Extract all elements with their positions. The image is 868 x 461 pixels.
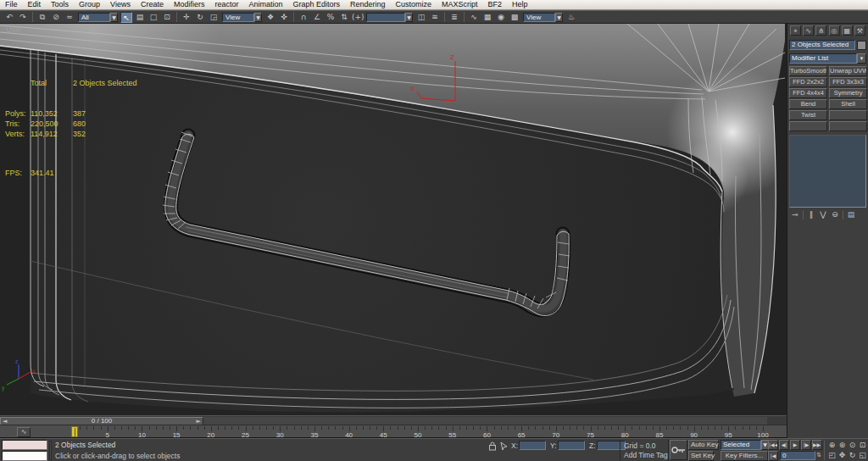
menu-rendering[interactable]: Rendering — [345, 0, 391, 9]
add-time-tag[interactable]: Add Time Tag — [624, 451, 668, 460]
previous-frame-button[interactable]: ◀| — [779, 440, 789, 450]
spinner-snap-toggle-icon[interactable]: ⇅ — [338, 12, 350, 23]
zoom-all-icon[interactable]: ⊛ — [837, 441, 847, 450]
tab-motion[interactable]: ◎ — [829, 25, 840, 36]
zoom-icon[interactable]: ⊕ — [827, 441, 837, 450]
selection-lock-icon[interactable] — [488, 442, 497, 451]
object-name-field[interactable]: 2 Objects Selected — [789, 40, 855, 50]
menu-reactor[interactable]: reactor — [209, 0, 243, 9]
angle-snap-toggle-icon[interactable]: ∠ — [311, 12, 323, 23]
current-frame-field[interactable]: 0 — [780, 451, 815, 460]
track-bar-frame-marker[interactable] — [71, 426, 78, 437]
align-icon[interactable]: ≅ — [429, 12, 441, 23]
set-key-button[interactable]: Set Key — [688, 451, 714, 461]
percent-snap-toggle-icon[interactable]: % — [325, 12, 337, 23]
modifier-button-unwrap-uvw[interactable]: Unwrap UVW — [829, 66, 867, 76]
arc-rotate-icon[interactable]: ↻ — [848, 451, 857, 460]
use-pivot-point-center-icon[interactable]: ❖ — [264, 12, 276, 23]
key-mode-toggle[interactable]: |◀ — [768, 451, 778, 461]
modifier-list-dropdown[interactable]: Modifier List — [789, 53, 857, 64]
selection-set-dropdown[interactable]: Selected ▼ — [721, 440, 769, 450]
menu-group[interactable]: Group — [74, 0, 105, 9]
zoom-region-icon[interactable]: ◰ — [827, 451, 837, 460]
menu-graph-editors[interactable]: Graph Editors — [288, 0, 346, 9]
listener-splitter[interactable] — [49, 441, 52, 460]
go-to-end-button[interactable]: ▶▶| — [812, 440, 822, 450]
remove-modifier-icon[interactable]: ⊖ — [829, 210, 841, 220]
named-selection-sets-dropdown[interactable]: ▼ — [366, 13, 413, 22]
key-filters-button[interactable]: Key Filters... — [721, 451, 768, 461]
window-crossing-toggle-icon[interactable]: ⊡ — [161, 12, 173, 23]
frame-spinner[interactable]: ⇅ — [816, 451, 822, 460]
menu-help[interactable]: Help — [507, 0, 533, 9]
modifier-button-ffd-2x2x2[interactable]: FFD 2x2x2 — [789, 77, 827, 87]
menu-bf2[interactable]: BF2 — [483, 0, 508, 9]
curve-editor-icon[interactable]: ∿ — [468, 12, 480, 23]
selection-filter-dropdown[interactable]: All▼ — [78, 13, 118, 22]
select-and-rotate-icon[interactable]: ↻ — [194, 12, 206, 23]
play-animation-button[interactable]: ▶ — [790, 440, 800, 450]
snaps-toggle-icon[interactable]: ∩ — [298, 12, 309, 23]
render-type-dropdown[interactable]: View▼ — [523, 13, 563, 22]
y-coord-field[interactable] — [558, 441, 585, 450]
menu-create[interactable]: Create — [136, 0, 169, 9]
modifier-button-shell[interactable]: Shell — [829, 99, 867, 109]
next-frame-button[interactable]: |▶ — [801, 440, 811, 450]
render-setup-icon[interactable]: ▩ — [509, 12, 520, 23]
layer-manager-icon[interactable]: ≣ — [448, 12, 460, 23]
zoom-extents-icon[interactable]: ⊙ — [848, 441, 857, 450]
tab-utilities[interactable]: ⚒ — [854, 25, 865, 36]
rectangular-selection-region-icon[interactable]: □ — [147, 12, 159, 23]
bind-to-space-warp-icon[interactable]: ≈ — [64, 12, 75, 23]
set-keys-button[interactable] — [670, 440, 687, 460]
maxscript-mini-listener-input[interactable] — [2, 451, 47, 461]
select-object-icon[interactable]: ↖ — [120, 12, 132, 23]
x-coord-field[interactable] — [519, 441, 546, 450]
keyboard-shortcut-override-icon[interactable]: (+) — [352, 12, 364, 23]
select-and-link-icon[interactable]: ⧉ — [36, 12, 48, 23]
viewport-user[interactable]: Z X z x y User Total2 Objects Selected P… — [0, 24, 787, 415]
select-and-scale-icon[interactable]: ◲ — [208, 12, 220, 23]
maxscript-mini-listener-macro[interactable] — [2, 440, 47, 450]
tab-create[interactable]: ⌖ — [790, 25, 801, 36]
make-unique-icon[interactable]: ⋁ — [817, 210, 829, 220]
track-bar[interactable]: ∿ 51015202530354045505560657075808590951… — [0, 425, 787, 438]
zoom-extents-all-icon[interactable]: ⊡ — [858, 441, 867, 450]
schematic-view-icon[interactable]: ▦ — [481, 12, 493, 23]
menu-edit[interactable]: Edit — [23, 0, 47, 9]
chevron-down-icon[interactable]: ▼ — [555, 13, 563, 22]
chevron-down-icon[interactable]: ▼ — [254, 13, 262, 22]
configure-modifier-sets-icon[interactable]: ▤ — [845, 210, 857, 220]
modifier-button-twist[interactable]: Twist — [789, 110, 827, 120]
modifier-button-ffd-4x4x4[interactable]: FFD 4x4x4 — [789, 88, 827, 98]
go-to-start-button[interactable]: |◀◀ — [768, 440, 778, 450]
tab-hierarchy[interactable]: ⋔ — [815, 25, 826, 36]
menu-file[interactable]: File — [0, 0, 23, 9]
menu-modifiers[interactable]: Modifiers — [169, 0, 210, 9]
show-end-result-icon[interactable]: ∥ — [805, 210, 817, 220]
modifier-button-bend[interactable]: Bend — [789, 99, 827, 109]
undo-icon[interactable]: ↶ — [3, 12, 15, 23]
object-color-swatch[interactable] — [857, 41, 866, 50]
reference-coordinate-system-dropdown[interactable]: View▼ — [222, 13, 262, 22]
modifier-button-symmetry[interactable]: Symmetry — [829, 88, 867, 98]
pin-stack-icon[interactable]: ⊸ — [789, 210, 801, 220]
material-editor-icon[interactable]: ◉ — [495, 12, 507, 23]
select-and-move-icon[interactable]: ✛ — [181, 12, 192, 23]
menu-views[interactable]: Views — [105, 0, 136, 9]
absolute-offset-cursor-icon[interactable] — [500, 442, 508, 451]
select-by-name-icon[interactable]: ▤ — [134, 12, 146, 23]
modifier-button-turbosmooth[interactable]: TurboSmooth — [789, 66, 827, 76]
modifier-stack-list[interactable] — [789, 135, 866, 208]
mirror-icon[interactable]: ◫ — [415, 12, 427, 23]
unlink-selection-icon[interactable]: ⊘ — [50, 12, 62, 23]
tab-display[interactable]: ▦ — [842, 25, 853, 36]
pan-icon[interactable]: ✥ — [837, 451, 847, 460]
modifier-button-ffd-3x3x3[interactable]: FFD 3x3x3 — [829, 77, 867, 87]
menu-customize[interactable]: Customize — [391, 0, 437, 9]
redo-icon[interactable]: ↷ — [17, 12, 29, 23]
menu-tools[interactable]: Tools — [46, 0, 74, 9]
tab-modify[interactable]: ∿ — [803, 25, 814, 36]
quick-render-icon[interactable]: ♨ — [565, 12, 577, 23]
auto-key-button[interactable]: Auto Key — [688, 440, 719, 450]
